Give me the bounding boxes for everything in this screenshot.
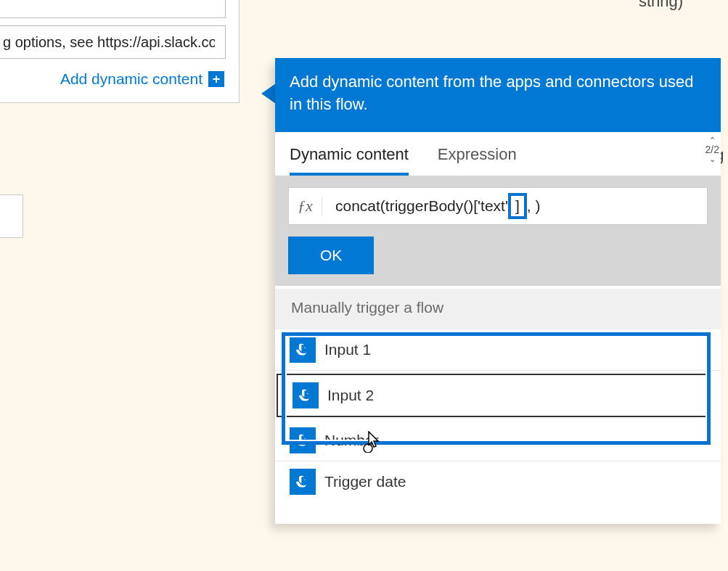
expression-prefix: concat(triggerBody()['text' [335,197,508,214]
dynamic-content-list: Input 1 Input 2 Number Trigger date [275,329,721,524]
tab-expression[interactable]: Expression [438,145,517,176]
add-dynamic-row: Add dynamic content + [0,66,226,89]
list-item-input2[interactable]: Input 2 [278,375,709,416]
list-item-trigger-date[interactable]: Trigger date [275,461,721,502]
list-item-number[interactable]: Number [275,420,721,461]
popup-arrow-icon [261,83,276,104]
formula-row: ƒx concat(triggerBody()['text'], ) [288,187,708,225]
touch-icon [290,469,316,495]
item-label: Input 2 [327,387,374,404]
dynamic-content-popup: Add dynamic content from the apps and co… [275,58,721,524]
overload-counter: ⌃ 2/2 ⌄ [705,136,719,164]
config-card: × Add dynamic content + [0,0,240,103]
item-label: Number [324,432,379,449]
counter-value: 2/2 [705,144,719,155]
section-title: Manually trigger a flow [275,289,721,329]
expression-suffix: , ) [527,197,541,214]
list-item-input1[interactable]: Input 1 [275,329,721,371]
popup-tabs: Dynamic content Expression ⌃ 2/2 ⌄ [275,132,721,176]
fx-icon: ƒx [289,197,322,215]
touch-icon [290,427,316,453]
touch-icon [293,382,319,408]
popup-header: Add dynamic content from the apps and co… [275,58,721,132]
tab-dynamic-content[interactable]: Dynamic content [290,145,409,176]
formula-zone: ƒx concat(triggerBody()['text'], ) OK [275,176,721,286]
help-text-1: string) [639,0,728,13]
list-section: Manually trigger a flow Input 1 Input 2 … [275,286,721,524]
field-options-text[interactable] [0,25,226,59]
chevron-down-icon[interactable]: ⌄ [709,155,716,164]
touch-icon [290,337,316,363]
collapsed-step-card[interactable] [0,194,23,238]
expression-input[interactable]: concat(triggerBody()['text'], ) [322,193,707,219]
add-dynamic-content-link[interactable]: Add dynamic content [60,70,203,88]
options-input[interactable] [0,26,225,58]
expression-highlight: ] [508,193,527,219]
ok-button[interactable]: OK [288,237,374,274]
item-label: Input 1 [324,341,371,358]
item-label: Trigger date [324,473,406,490]
plus-icon[interactable]: + [208,71,224,87]
field-parameter-token[interactable]: × [0,0,226,18]
